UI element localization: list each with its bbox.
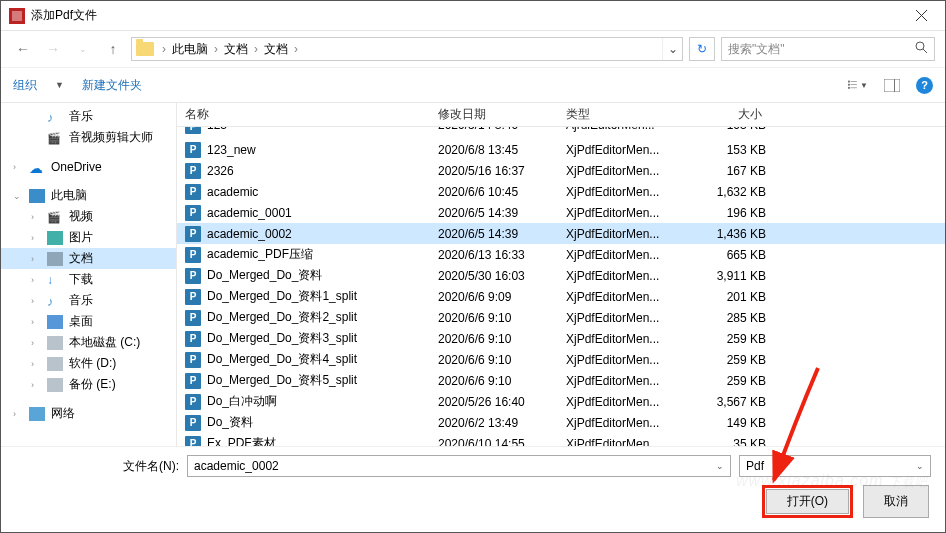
tree-label: 软件 (D:) — [69, 355, 116, 372]
expand-icon[interactable]: ⌄ — [13, 191, 23, 201]
table-row[interactable]: P 123_new 2020/6/8 13:45 XjPdfEditorMen.… — [177, 139, 945, 160]
table-row[interactable]: P Do_Merged_Do_资料5_split 2020/6/6 9:10 X… — [177, 370, 945, 391]
refresh-button[interactable]: ↻ — [689, 37, 715, 61]
file-name: academic_0001 — [207, 206, 430, 220]
chevron-right-icon[interactable]: › — [290, 42, 302, 56]
organize-dropdown-icon[interactable]: ▼ — [55, 80, 64, 90]
sidebar-item[interactable]: ›音乐 — [1, 106, 176, 127]
crumb-pc[interactable]: 此电脑 — [170, 41, 210, 58]
tree-label: OneDrive — [51, 160, 102, 174]
expand-icon[interactable]: › — [31, 359, 41, 369]
recent-dropdown[interactable]: ⌄ — [71, 37, 95, 61]
col-size[interactable]: 大小 — [678, 106, 774, 123]
sidebar-item[interactable]: ›软件 (D:) — [1, 353, 176, 374]
preview-pane-button[interactable] — [882, 77, 902, 93]
sidebar-item[interactable]: ⌄此电脑 — [1, 185, 176, 206]
view-mode-button[interactable]: ▼ — [848, 77, 868, 93]
expand-icon[interactable]: › — [31, 233, 41, 243]
sidebar-item[interactable]: ›下载 — [1, 269, 176, 290]
back-button[interactable]: ← — [11, 37, 35, 61]
expand-icon[interactable]: › — [31, 338, 41, 348]
sidebar-item[interactable]: ›备份 (E:) — [1, 374, 176, 395]
sidebar-item[interactable]: ›音视频剪辑大师 — [1, 127, 176, 148]
table-row[interactable]: P Do_Merged_Do_资料4_split 2020/6/6 9:10 X… — [177, 349, 945, 370]
sidebar-item[interactable]: ›桌面 — [1, 311, 176, 332]
sidebar-item[interactable]: ›网络 — [1, 403, 176, 424]
crumb-history-dropdown[interactable]: ⌄ — [662, 38, 682, 60]
expand-icon[interactable]: › — [31, 254, 41, 264]
help-button[interactable]: ? — [916, 77, 933, 94]
col-name[interactable]: 名称 — [177, 106, 430, 123]
table-row[interactable]: P academic_PDF压缩 2020/6/13 16:33 XjPdfEd… — [177, 244, 945, 265]
expand-icon[interactable]: › — [31, 296, 41, 306]
search-input[interactable]: 搜索"文档" — [721, 37, 935, 61]
chevron-down-icon[interactable]: ⌄ — [916, 461, 924, 471]
chevron-right-icon[interactable]: › — [210, 42, 222, 56]
chevron-right-icon[interactable]: › — [250, 42, 262, 56]
table-row[interactable]: P Do_Merged_Do_资料 2020/5/30 16:03 XjPdfE… — [177, 265, 945, 286]
tree-label: 音乐 — [69, 292, 93, 309]
table-row[interactable]: P Do_Merged_Do_资料3_split 2020/6/6 9:10 X… — [177, 328, 945, 349]
table-row[interactable]: P academic_0002 2020/6/5 14:39 XjPdfEdit… — [177, 223, 945, 244]
column-headers[interactable]: 名称 修改日期 类型 大小 — [177, 103, 945, 127]
file-date: 2020/5/26 16:40 — [430, 395, 558, 409]
table-row[interactable]: P academic_0001 2020/6/5 14:39 XjPdfEdit… — [177, 202, 945, 223]
folder-icon — [136, 42, 154, 56]
video-icon — [47, 131, 63, 145]
file-type: XjPdfEditorMen... — [558, 185, 678, 199]
table-row[interactable]: P 2326 2020/5/16 16:37 XjPdfEditorMen...… — [177, 160, 945, 181]
table-row[interactable]: P Ex_PDF素材 2020/6/10 14:55 XjPdfEditorMe… — [177, 433, 945, 446]
up-button[interactable]: ↑ — [101, 37, 125, 61]
expand-icon[interactable]: › — [13, 162, 23, 172]
open-button[interactable]: 打开(O) — [766, 489, 849, 514]
cancel-button[interactable]: 取消 — [863, 485, 929, 518]
pdf-file-icon: P — [185, 394, 201, 410]
sidebar-item[interactable]: ›图片 — [1, 227, 176, 248]
svg-rect-8 — [894, 79, 895, 92]
filetype-select[interactable]: Pdf ⌄ — [739, 455, 931, 477]
expand-icon[interactable]: › — [13, 409, 23, 419]
filename-input[interactable]: academic_0002 ⌄ — [187, 455, 731, 477]
file-name: Do_Merged_Do_资料4_split — [207, 351, 430, 368]
table-row[interactable]: P Do_资料 2020/6/2 13:49 XjPdfEditorMen...… — [177, 412, 945, 433]
col-date[interactable]: 修改日期 — [430, 106, 558, 123]
file-type: XjPdfEditorMen... — [558, 437, 678, 447]
svg-point-0 — [916, 42, 924, 50]
expand-icon[interactable]: › — [31, 275, 41, 285]
music-icon — [47, 294, 63, 308]
table-row[interactable]: P Do_Merged_Do_资料1_split 2020/6/6 9:09 X… — [177, 286, 945, 307]
table-row[interactable]: P academic 2020/6/6 10:45 XjPdfEditorMen… — [177, 181, 945, 202]
pdf-file-icon: P — [185, 415, 201, 431]
table-row[interactable]: P Do_Merged_Do_资料2_split 2020/6/6 9:10 X… — [177, 307, 945, 328]
expand-icon[interactable]: › — [31, 212, 41, 222]
filename-label: 文件名(N): — [15, 458, 179, 475]
file-list[interactable]: P 123 2020/5/14 8:40 AjruiEditorMen... 1… — [177, 127, 945, 446]
pdf-file-icon: P — [185, 205, 201, 221]
organize-menu[interactable]: 组织 — [13, 77, 37, 94]
newfolder-button[interactable]: 新建文件夹 — [82, 77, 142, 94]
svg-rect-7 — [884, 79, 900, 92]
breadcrumb-bar[interactable]: › 此电脑 › 文档 › 文档 › ⌄ — [131, 37, 683, 61]
file-date: 2020/6/8 13:45 — [430, 143, 558, 157]
close-button[interactable] — [899, 1, 943, 31]
sidebar-item[interactable]: ›音乐 — [1, 290, 176, 311]
file-size: 665 KB — [678, 248, 766, 262]
sidebar-tree[interactable]: ›音乐›音视频剪辑大师›OneDrive⌄此电脑›视频›图片›文档›下载›音乐›… — [1, 103, 177, 446]
file-date: 2020/6/6 10:45 — [430, 185, 558, 199]
sidebar-item[interactable]: ›本地磁盘 (C:) — [1, 332, 176, 353]
expand-icon[interactable]: › — [31, 317, 41, 327]
chevron-right-icon[interactable]: › — [158, 42, 170, 56]
sidebar-item[interactable]: ›视频 — [1, 206, 176, 227]
col-type[interactable]: 类型 — [558, 106, 678, 123]
sidebar-item[interactable]: ›文档 — [1, 248, 176, 269]
chevron-down-icon[interactable]: ⌄ — [716, 461, 724, 471]
crumb-docs[interactable]: 文档 — [222, 41, 250, 58]
expand-icon[interactable]: › — [31, 380, 41, 390]
forward-button[interactable]: → — [41, 37, 65, 61]
sidebar-item[interactable]: ›OneDrive — [1, 156, 176, 177]
table-row[interactable]: P Do_白冲动啊 2020/5/26 16:40 XjPdfEditorMen… — [177, 391, 945, 412]
file-size: 259 KB — [678, 374, 766, 388]
table-row[interactable]: P 123 2020/5/14 8:40 AjruiEditorMen... 1… — [177, 127, 945, 139]
crumb-docs2[interactable]: 文档 — [262, 41, 290, 58]
file-date: 2020/6/6 9:10 — [430, 353, 558, 367]
